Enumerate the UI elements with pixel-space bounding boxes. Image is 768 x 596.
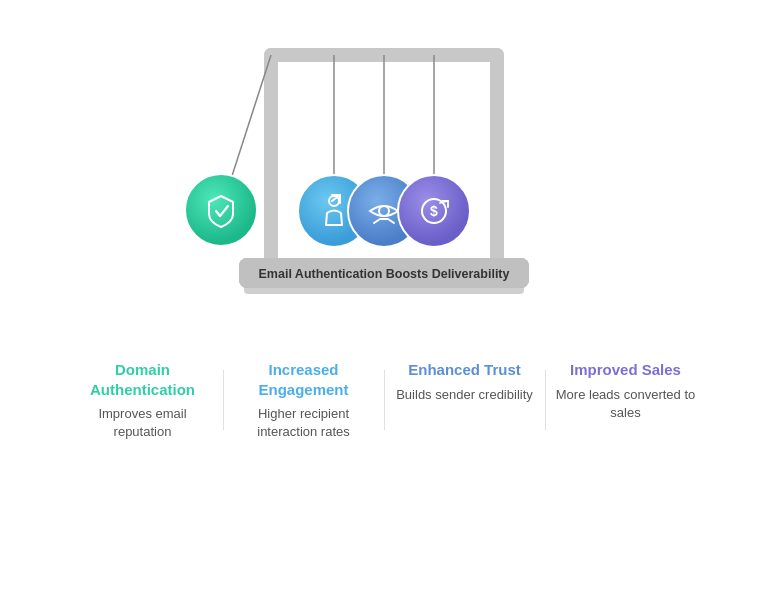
card-sales: Improved Sales More leads converted to s… [546,360,706,422]
svg-point-8 [185,174,257,246]
diagram-area: Email Authentication Boosts Deliverabili… [0,0,768,441]
card-engagement: IncreasedEngagement Higher recipient int… [224,360,384,441]
card-trust: Enhanced Trust Builds sender credibility [385,360,545,404]
card-engagement-desc: Higher recipient interaction rates [234,405,374,441]
svg-text:Email Authentication Boosts De: Email Authentication Boosts Deliverabili… [259,267,510,281]
svg-rect-1 [490,48,504,268]
svg-rect-0 [264,48,278,268]
card-sales-desc: More leads converted to sales [556,386,696,422]
svg-text:$: $ [430,203,438,219]
card-engagement-title: IncreasedEngagement [258,360,348,399]
card-domain-auth-title: DomainAuthentication [90,360,195,399]
card-sales-title: Improved Sales [570,360,681,380]
card-trust-desc: Builds sender credibility [396,386,533,404]
info-section: DomainAuthentication Improves email repu… [24,348,744,441]
card-trust-title: Enhanced Trust [408,360,521,380]
cradle-container: Email Authentication Boosts Deliverabili… [124,18,644,348]
card-domain-auth-desc: Improves email reputation [73,405,213,441]
card-domain-auth: DomainAuthentication Improves email repu… [63,360,223,441]
